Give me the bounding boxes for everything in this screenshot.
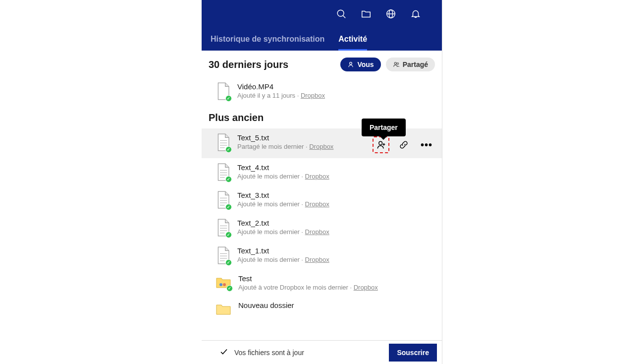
location-link[interactable]: Dropbox xyxy=(301,92,325,99)
item-name: Text_4.txt xyxy=(237,163,435,172)
item-name: Text_1.txt xyxy=(237,246,435,255)
activity-item[interactable]: Nouveau dossier xyxy=(202,296,442,322)
more-button[interactable]: ••• xyxy=(418,136,435,153)
dots-icon: ••• xyxy=(421,139,432,151)
svg-point-5 xyxy=(350,62,352,64)
location-link[interactable]: Dropbox xyxy=(305,200,329,208)
svg-point-6 xyxy=(394,62,396,64)
item-meta: Partagé le mois dernier · Dropbox xyxy=(237,143,366,150)
link-button[interactable] xyxy=(395,136,412,153)
activity-item[interactable]: Text_5.txt Partagé le mois dernier · Dro… xyxy=(202,128,442,158)
filter-you-pill[interactable]: Vous xyxy=(340,58,380,71)
item-meta: Ajouté le mois dernier · Dropbox xyxy=(237,228,435,236)
tab-activity[interactable]: Activité xyxy=(338,30,367,51)
activity-content: 30 derniers jours Vous Partagé Vidéo.MP4… xyxy=(202,51,442,340)
footer: Vos fichiers sont à jour Souscrire xyxy=(202,340,442,364)
svg-point-7 xyxy=(397,63,399,65)
tabs: Historique de synchronisation Activité xyxy=(202,30,442,51)
text-file-icon xyxy=(215,163,230,181)
item-meta: Ajouté le mois dernier · Dropbox xyxy=(237,200,435,208)
item-name: Text_2.txt xyxy=(237,219,435,227)
text-file-icon xyxy=(215,191,230,209)
check-icon xyxy=(219,347,228,358)
section-older-title: Plus ancien xyxy=(202,105,442,128)
activity-item[interactable]: Text_3.txt Ajouté le mois dernier · Drop… xyxy=(202,186,442,214)
sync-status-text: Vos fichiers sont à jour xyxy=(234,349,383,357)
svg-point-32 xyxy=(223,283,226,286)
activity-item[interactable]: Text_2.txt Ajouté le mois dernier · Drop… xyxy=(202,214,442,242)
item-meta: Ajouté le mois dernier · Dropbox xyxy=(237,173,435,180)
search-icon[interactable] xyxy=(336,8,347,21)
item-name: Text_5.txt xyxy=(237,133,366,142)
location-link[interactable]: Dropbox xyxy=(305,173,329,180)
location-link[interactable]: Dropbox xyxy=(309,143,333,150)
text-file-icon xyxy=(215,133,230,151)
file-icon xyxy=(215,82,230,100)
shared-folder-icon xyxy=(215,274,231,290)
filter-shared-pill[interactable]: Partagé xyxy=(386,58,435,71)
location-link[interactable]: Dropbox xyxy=(305,228,329,236)
item-name: Nouveau dossier xyxy=(238,301,435,309)
subscribe-button[interactable]: Souscrire xyxy=(389,344,437,362)
tab-sync-history[interactable]: Historique de synchronisation xyxy=(211,30,324,51)
globe-icon[interactable] xyxy=(385,8,396,21)
item-meta: Ajouté il y a 11 jours · Dropbox xyxy=(237,92,435,99)
text-file-icon xyxy=(215,246,230,264)
svg-line-1 xyxy=(343,15,345,18)
folder-icon[interactable] xyxy=(361,8,372,21)
app-window: Historique de synchronisation Activité 3… xyxy=(202,0,442,364)
item-meta: Ajouté le mois dernier · Dropbox xyxy=(237,256,435,263)
item-meta: Ajouté à votre Dropbox le mois dernier ·… xyxy=(238,284,435,291)
text-file-icon xyxy=(215,219,230,237)
svg-point-12 xyxy=(379,141,382,145)
activity-item[interactable]: Text_4.txt Ajouté le mois dernier · Drop… xyxy=(202,158,442,186)
location-link[interactable]: Dropbox xyxy=(305,256,329,263)
item-name: Vidéo.MP4 xyxy=(237,82,435,91)
bell-icon[interactable] xyxy=(410,8,421,21)
share-tooltip: Partager xyxy=(362,119,406,136)
activity-item[interactable]: Vidéo.MP4 Ajouté il y a 11 jours · Dropb… xyxy=(202,77,442,105)
folder-icon xyxy=(215,301,231,317)
location-link[interactable]: Dropbox xyxy=(354,284,378,291)
activity-item[interactable]: Text_1.txt Ajouté le mois dernier · Drop… xyxy=(202,242,442,269)
svg-point-0 xyxy=(337,10,344,16)
svg-point-31 xyxy=(219,283,222,286)
item-name: Text_3.txt xyxy=(237,191,435,199)
header: Historique de synchronisation Activité xyxy=(202,0,442,51)
activity-item[interactable]: Test Ajouté à votre Dropbox le mois dern… xyxy=(202,269,442,296)
item-name: Test xyxy=(238,274,435,283)
section-recent-title: 30 derniers jours xyxy=(209,59,335,70)
